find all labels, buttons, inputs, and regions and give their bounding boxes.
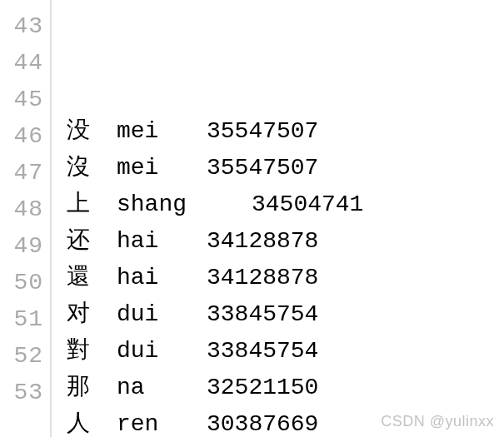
- frequency-value: 35547507: [207, 150, 318, 186]
- frequency-value: 33845754: [207, 296, 318, 333]
- line-number: 48: [0, 191, 43, 228]
- hanzi-char: 那: [67, 368, 117, 405]
- pinyin: na: [117, 370, 207, 406]
- watermark: CSDN @yulinxx: [381, 413, 494, 430]
- pinyin: shang: [117, 186, 252, 223]
- pinyin: dui: [117, 333, 207, 370]
- line-number: 43: [0, 8, 43, 45]
- hanzi-char: 没: [67, 112, 117, 148]
- hanzi-char: 上: [67, 185, 117, 221]
- hanzi-char: 沒: [67, 148, 117, 185]
- line-number: 50: [0, 265, 43, 301]
- pinyin: mei: [117, 150, 207, 186]
- line-number: 49: [0, 228, 43, 265]
- line-number: 44: [0, 45, 43, 82]
- pinyin: ren: [117, 406, 207, 437]
- dictionary-row: 对dui33845754: [67, 295, 504, 331]
- frequency-value: 34504741: [252, 186, 363, 223]
- frequency-value: 30387669: [207, 406, 318, 437]
- line-number: 53: [0, 375, 43, 411]
- line-number: 47: [0, 155, 43, 191]
- line-number: 45: [0, 82, 43, 118]
- dictionary-row: 對dui33845754: [67, 331, 504, 368]
- dictionary-row: 没mei35547507: [67, 112, 504, 148]
- pinyin: hai: [117, 223, 207, 260]
- dictionary-row: 上shang34504741: [67, 185, 504, 221]
- hanzi-char: 还: [67, 221, 117, 258]
- frequency-value: 33845754: [207, 333, 318, 370]
- code-editor: 4344454647484950515253 没mei35547507沒mei3…: [0, 0, 504, 437]
- line-number: 46: [0, 118, 43, 155]
- dictionary-row: 還hai34128878: [67, 258, 504, 295]
- hanzi-char: 对: [67, 295, 117, 331]
- pinyin: dui: [117, 296, 207, 333]
- line-number: 52: [0, 338, 43, 375]
- line-number: 51: [0, 301, 43, 338]
- frequency-value: 35547507: [207, 113, 318, 150]
- frequency-value: 32521150: [207, 370, 318, 406]
- dictionary-row: 还hai34128878: [67, 221, 504, 258]
- pinyin: mei: [117, 113, 207, 150]
- frequency-value: 34128878: [207, 260, 318, 296]
- dictionary-row: 沒mei35547507: [67, 148, 504, 185]
- line-number-gutter: 4344454647484950515253: [0, 0, 52, 437]
- hanzi-char: 人: [67, 405, 117, 437]
- editor-content[interactable]: 没mei35547507沒mei35547507上shang34504741还h…: [52, 0, 504, 437]
- frequency-value: 34128878: [207, 223, 318, 260]
- hanzi-char: 還: [67, 258, 117, 295]
- hanzi-char: 對: [67, 331, 117, 368]
- dictionary-row: 那na32521150: [67, 368, 504, 405]
- pinyin: hai: [117, 260, 207, 296]
